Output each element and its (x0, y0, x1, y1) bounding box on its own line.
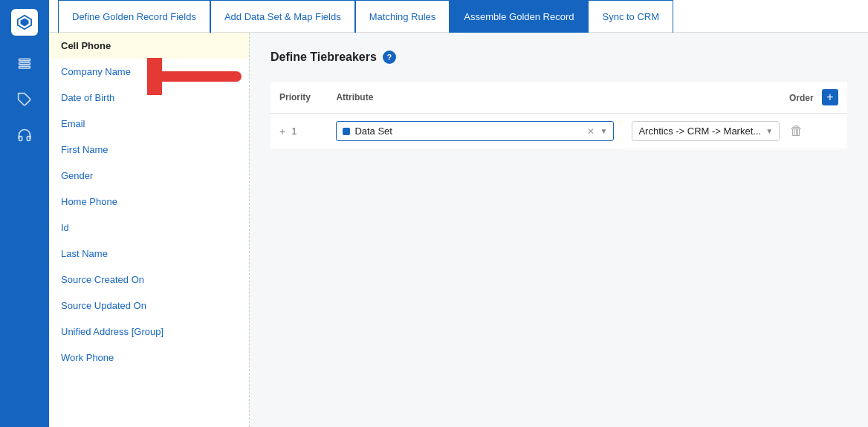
field-item-home-phone[interactable]: Home Phone (49, 189, 249, 215)
tiebreaker-title: Define Tiebreakers (271, 50, 377, 64)
svg-rect-3 (19, 62, 30, 65)
field-item-cell-phone[interactable]: Cell Phone (49, 33, 249, 59)
logo-icon (16, 14, 33, 30)
tab-matching-rules[interactable]: Matching Rules (355, 0, 450, 33)
tab-bar: Define Golden Record Fields Add Data Set… (49, 0, 868, 33)
order-cell: Archtics -> CRM -> Market... ▼ 🗑 (623, 114, 847, 149)
attribute-dropdown[interactable]: Data Set ✕ ▼ (336, 121, 614, 141)
svg-marker-1 (21, 19, 29, 27)
attribute-cell: Data Set ✕ ▼ (327, 114, 623, 150)
col-order: Order + (623, 82, 847, 114)
clear-attribute-button[interactable]: ✕ (586, 126, 596, 137)
content-area: Cell PhoneCompany NameDate of BirthEmail… (49, 33, 868, 427)
attribute-caret-icon[interactable]: ▼ (600, 127, 608, 135)
tiebreaker-table: Priority Attribute Order + +1 Data Set ✕… (271, 82, 847, 150)
main-content: Define Golden Record Fields Add Data Set… (49, 0, 868, 427)
field-item-id[interactable]: Id (49, 215, 249, 241)
add-row-button[interactable]: + (822, 89, 838, 105)
order-caret-icon[interactable]: ▼ (765, 127, 773, 135)
tiebreaker-header: Define Tiebreakers ? (271, 50, 847, 64)
field-item-gender[interactable]: Gender (49, 163, 249, 189)
field-item-email[interactable]: Email (49, 111, 249, 137)
svg-rect-4 (19, 66, 30, 68)
col-priority: Priority (271, 82, 327, 114)
sidebar-icon-list[interactable] (10, 49, 39, 79)
field-item-date-of-birth[interactable]: Date of Birth (49, 85, 249, 111)
headset-icon (17, 128, 32, 143)
tab-define-fields[interactable]: Define Golden Record Fields (58, 0, 210, 33)
expand-icon[interactable]: + (279, 126, 285, 137)
tab-add-dataset[interactable]: Add Data Set & Map Fields (210, 0, 355, 33)
order-value: Archtics -> CRM -> Market... (638, 126, 761, 137)
tag-icon (17, 92, 32, 107)
tab-assemble[interactable]: Assemble Golden Record (450, 0, 588, 33)
table-row: +1 Data Set ✕ ▼ Archtics -> CRM -> Marke… (271, 114, 847, 150)
sidebar-icon-tag[interactable] (10, 85, 39, 114)
svg-rect-2 (19, 59, 30, 61)
field-item-unified-address[interactable]: Unified Address [Group] (49, 319, 249, 345)
sidebar-icon-support[interactable] (10, 120, 39, 150)
dataset-dot (343, 128, 350, 135)
field-item-source-updated-on[interactable]: Source Updated On (49, 293, 249, 319)
help-icon[interactable]: ? (383, 50, 396, 64)
attribute-value: Data Set (354, 126, 580, 137)
field-item-work-phone[interactable]: Work Phone (49, 345, 249, 371)
field-item-source-created-on[interactable]: Source Created On (49, 267, 249, 293)
delete-row-button[interactable]: 🗑 (786, 122, 808, 140)
priority-cell: +1 (271, 114, 327, 150)
sidebar (0, 0, 49, 427)
field-item-last-name[interactable]: Last Name (49, 241, 249, 267)
tab-sync-crm[interactable]: Sync to CRM (588, 0, 673, 33)
field-panel: Cell PhoneCompany NameDate of BirthEmail… (49, 33, 250, 427)
field-item-first-name[interactable]: First Name (49, 137, 249, 163)
tiebreaker-panel: Define Tiebreakers ? Priority Attribute … (250, 33, 868, 427)
field-item-company-name[interactable]: Company Name (49, 59, 249, 85)
order-dropdown[interactable]: Archtics -> CRM -> Market... ▼ (632, 121, 780, 141)
list-icon (17, 56, 32, 71)
app-logo[interactable] (11, 9, 38, 36)
priority-number: 1 (291, 126, 297, 137)
col-attribute: Attribute (327, 82, 623, 114)
